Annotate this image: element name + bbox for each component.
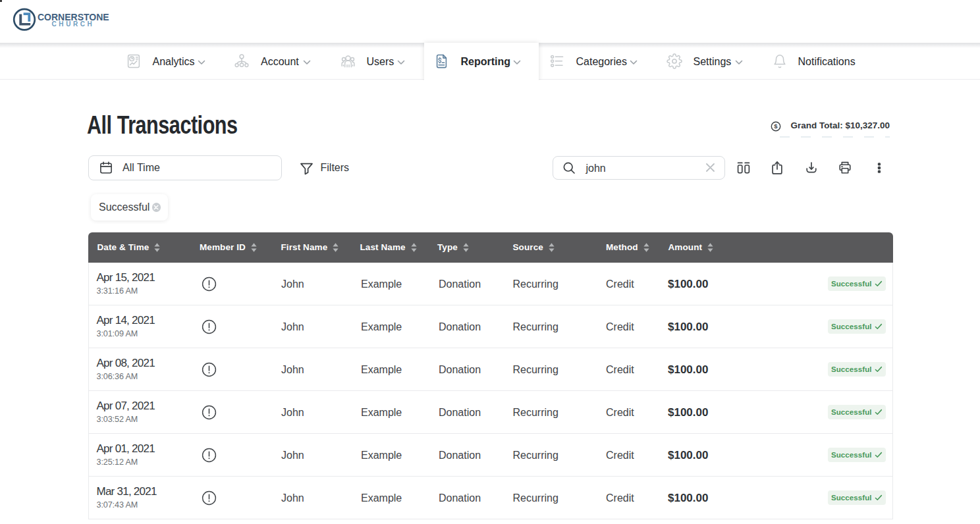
svg-text:$: $ (774, 122, 778, 130)
